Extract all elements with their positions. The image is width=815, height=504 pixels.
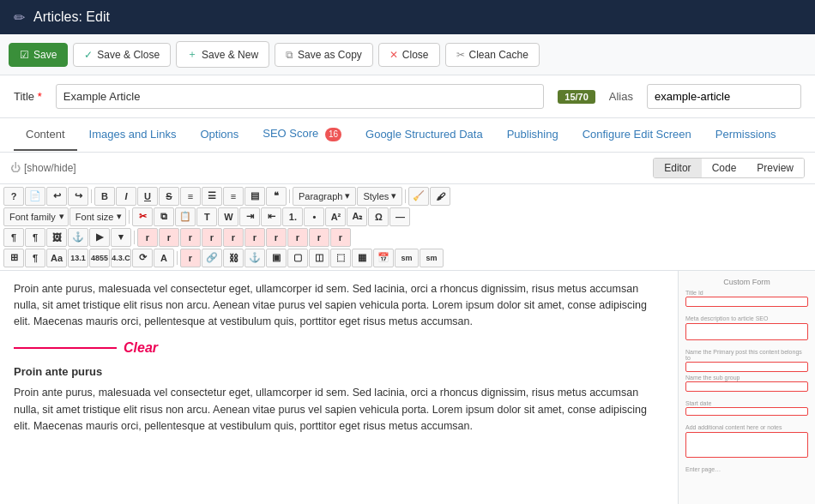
copy-btn[interactable]: ⧉ bbox=[154, 207, 174, 226]
num-btn3[interactable]: 4.3.C bbox=[111, 249, 131, 267]
editor-main[interactable]: Proin ante purus, malesuada vel consecte… bbox=[0, 271, 678, 505]
bold-button[interactable]: B bbox=[94, 187, 115, 206]
eraser-button[interactable]: 🧹 bbox=[408, 187, 429, 206]
paste-word-button[interactable]: W bbox=[218, 207, 238, 226]
paste-text-button[interactable]: T bbox=[196, 207, 217, 226]
toolbar-row-2: Font family ▾ Font size ▾ ✂ ⧉ 📋 T W ⇥ ⇤ … bbox=[3, 207, 812, 226]
font-family-dropdown[interactable]: Font family ▾ bbox=[3, 207, 69, 226]
hr-button[interactable]: — bbox=[389, 207, 410, 226]
tab-options[interactable]: Options bbox=[188, 119, 251, 151]
btn-b2[interactable]: ▢ bbox=[287, 249, 308, 267]
unlink-button[interactable]: ⛓ bbox=[223, 249, 244, 267]
btn-r4[interactable]: r bbox=[202, 228, 222, 247]
tab-configure-edit[interactable]: Configure Edit Screen bbox=[570, 119, 703, 151]
btn-r2[interactable]: r bbox=[159, 228, 179, 247]
sf-input-1[interactable] bbox=[685, 297, 808, 307]
code-mode-button[interactable]: Code bbox=[702, 159, 747, 177]
btn-r5[interactable]: r bbox=[223, 228, 244, 247]
tab-content[interactable]: Content bbox=[14, 119, 77, 151]
redo-button[interactable]: ↪ bbox=[68, 187, 88, 206]
cut-button[interactable]: ✂ bbox=[132, 207, 153, 226]
italic-button[interactable]: I bbox=[116, 187, 136, 206]
close-button[interactable]: ✕ Close bbox=[378, 43, 440, 67]
special-char-button[interactable]: Ω bbox=[368, 207, 389, 226]
sf-input-3[interactable] bbox=[685, 381, 808, 392]
align-right-button[interactable]: ≡ bbox=[223, 187, 244, 206]
num-btn2[interactable]: 4855 bbox=[89, 249, 110, 267]
undo-button[interactable]: ↩ bbox=[46, 187, 67, 206]
align-center-button[interactable]: ☰ bbox=[202, 187, 222, 206]
strikethrough-button[interactable]: S bbox=[159, 187, 179, 206]
case-button[interactable]: Aa bbox=[46, 249, 67, 267]
btn-r8[interactable]: r bbox=[287, 228, 308, 247]
paint-button[interactable]: 🖌 bbox=[430, 187, 450, 206]
image-button[interactable]: 🖼 bbox=[46, 228, 67, 247]
btn-r3[interactable]: r bbox=[180, 228, 201, 247]
alias-input[interactable] bbox=[647, 84, 801, 109]
subscript-button[interactable]: A₂ bbox=[347, 207, 367, 226]
tab-images-links[interactable]: Images and Links bbox=[77, 119, 189, 151]
tab-permissions[interactable]: Permissions bbox=[703, 119, 788, 151]
outdent-button[interactable]: ⇤ bbox=[261, 207, 281, 226]
btn-b4[interactable]: ⬚ bbox=[330, 249, 351, 267]
styles-dropdown[interactable]: Styles ▾ bbox=[357, 187, 402, 206]
chevron-down-icon-2: ▾ bbox=[391, 190, 396, 201]
btn-b3[interactable]: ◫ bbox=[309, 249, 329, 267]
preview-mode-button[interactable]: Preview bbox=[746, 159, 804, 177]
justify-button[interactable]: ▤ bbox=[244, 187, 265, 206]
pilcrow2-button[interactable]: ¶ bbox=[25, 228, 45, 247]
indent-button[interactable]: ⇥ bbox=[239, 207, 260, 226]
anchor-button[interactable]: ⚓ bbox=[68, 228, 88, 247]
tab-seo-score[interactable]: SEO Score 16 bbox=[251, 118, 353, 152]
btn-r11[interactable]: r bbox=[180, 249, 201, 267]
save-close-button[interactable]: ✓ Save & Close bbox=[73, 43, 171, 67]
sf-input-2[interactable] bbox=[685, 362, 808, 372]
ordered-list-button[interactable]: 1. bbox=[282, 207, 303, 226]
link-button[interactable]: 🔗 bbox=[202, 249, 222, 267]
btn-r6[interactable]: r bbox=[244, 228, 265, 247]
pilcrow3-button[interactable]: ¶ bbox=[25, 249, 45, 267]
rotate-button[interactable]: ⟳ bbox=[132, 249, 153, 267]
tab-publishing[interactable]: Publishing bbox=[495, 119, 570, 151]
show-hide-toggle[interactable]: ⏻ [show/hide] bbox=[10, 162, 76, 174]
num-btn1[interactable]: 13.1 bbox=[68, 249, 88, 267]
font-size-dropdown[interactable]: Font size ▾ bbox=[69, 207, 127, 226]
dropdown-btn[interactable]: ▾ bbox=[111, 228, 131, 247]
new-doc-button[interactable]: 📄 bbox=[25, 187, 45, 206]
help-button[interactable]: ? bbox=[3, 187, 24, 206]
btn-sm1[interactable]: sm bbox=[395, 249, 419, 267]
btn-sm2[interactable]: sm bbox=[420, 249, 444, 267]
unordered-list-button[interactable]: • bbox=[304, 207, 324, 226]
underline-button[interactable]: U bbox=[137, 187, 158, 206]
save-new-button[interactable]: ＋ Save & New bbox=[176, 41, 269, 68]
save-button[interactable]: ☑ Save bbox=[9, 43, 68, 67]
calendar-button[interactable]: 📅 bbox=[373, 249, 394, 267]
text-btn[interactable]: A bbox=[154, 249, 174, 267]
blockquote-button[interactable]: ❝ bbox=[266, 187, 287, 206]
editor-area: ⏻ [show/hide] Editor Code Preview ? 📄 ↩ … bbox=[0, 153, 815, 505]
btn-b1[interactable]: ▣ bbox=[266, 249, 287, 267]
anchor2-button[interactable]: ⚓ bbox=[244, 249, 265, 267]
clean-cache-button[interactable]: ✂ Clean Cache bbox=[445, 43, 540, 67]
btn-b5[interactable]: ▦ bbox=[352, 249, 372, 267]
sf-textarea-1[interactable] bbox=[685, 323, 808, 340]
save-copy-button[interactable]: ⧉ Save as Copy bbox=[275, 43, 373, 67]
paste-button[interactable]: 📋 bbox=[175, 207, 196, 226]
paragraph-dropdown[interactable]: Paragraph ▾ bbox=[293, 187, 356, 206]
clear-label[interactable]: Clear bbox=[124, 338, 158, 358]
title-input[interactable] bbox=[56, 84, 545, 109]
tab-google-structured[interactable]: Google Structured Data bbox=[353, 119, 495, 151]
tabs-bar: Content Images and Links Options SEO Sco… bbox=[0, 118, 815, 153]
superscript-button[interactable]: A² bbox=[325, 207, 346, 226]
btn-r7[interactable]: r bbox=[266, 228, 287, 247]
btn-r10[interactable]: r bbox=[330, 228, 351, 247]
align-left-button[interactable]: ≡ bbox=[180, 187, 201, 206]
sf-input-4[interactable] bbox=[685, 407, 808, 416]
media-button[interactable]: ▶ bbox=[89, 228, 110, 247]
btn-r1[interactable]: r bbox=[137, 228, 158, 247]
editor-mode-button[interactable]: Editor bbox=[654, 159, 701, 177]
btn-r9[interactable]: r bbox=[309, 228, 329, 247]
pilcrow-button[interactable]: ¶ bbox=[3, 228, 24, 247]
table-button[interactable]: ⊞ bbox=[3, 249, 24, 267]
sf-textarea-2[interactable] bbox=[685, 432, 808, 458]
